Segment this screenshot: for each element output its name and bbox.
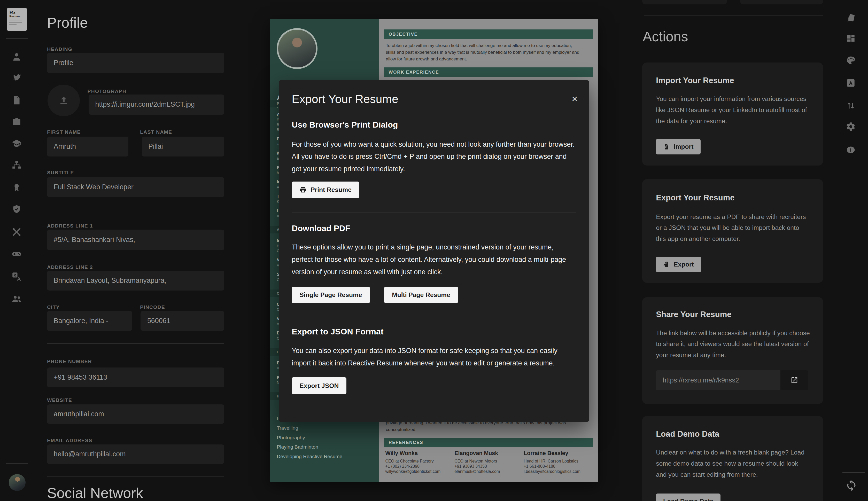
first-name-input[interactable]: Amruth <box>47 137 128 157</box>
print-resume-label: Print Resume <box>310 186 352 193</box>
reference-email: l.beasley@carsonlogistics.com <box>523 469 593 474</box>
reference-role: Head of HR, Carson Logistics <box>523 459 593 464</box>
file-export-icon <box>663 261 670 268</box>
typography-icon[interactable] <box>846 78 856 88</box>
single-page-resume-button[interactable]: Single Page Resume <box>292 287 370 303</box>
spacing-arrows-icon[interactable] <box>846 101 856 111</box>
reference-phone: +1 (802) 234-2398 <box>385 464 454 469</box>
reference-item: Elangovan Musk CEO at Newton Motors +91 … <box>454 450 523 474</box>
phone-label: PHONE NUMBER <box>47 359 92 364</box>
share-card-body: The link below will be accessible public… <box>656 328 811 361</box>
translate-icon[interactable] <box>12 272 22 282</box>
photo-upload-button[interactable] <box>47 85 80 116</box>
app-logo-subtext: Resume <box>9 15 24 18</box>
page-title: Profile <box>47 14 88 31</box>
form-divider <box>47 477 224 477</box>
references-heading: REFERENCES <box>384 438 593 447</box>
print-resume-button[interactable]: Print Resume <box>292 182 359 198</box>
reference-phone: +91 93893 34353 <box>454 464 523 469</box>
website-input[interactable]: amruthpillai.com <box>47 404 224 424</box>
export-card-body: Export your resume as a PDF to share wit… <box>656 212 811 245</box>
email-input[interactable]: hello@amruthpillai.com <box>47 445 224 464</box>
social-network-title: Social Network <box>47 485 143 501</box>
settings-gear-icon[interactable] <box>846 121 856 132</box>
gamepad-icon[interactable] <box>12 249 22 259</box>
medal-icon[interactable] <box>12 183 22 193</box>
templates-icon[interactable] <box>846 13 856 23</box>
layout-blocks-icon[interactable] <box>846 34 856 44</box>
website-label: WEBSITE <box>47 397 72 403</box>
print-section-heading: Use Browser's Print Dialog <box>292 120 398 130</box>
users-icon[interactable] <box>12 294 22 304</box>
sitemap-icon[interactable] <box>12 160 22 170</box>
subtitle-input[interactable]: Full Stack Web Developer <box>47 177 224 197</box>
multi-page-resume-button[interactable]: Multi Page Resume <box>384 287 458 303</box>
export-json-label: Export JSON <box>299 382 339 390</box>
reference-email: elanmusk@nottesla.com <box>454 469 523 474</box>
photograph-input[interactable]: https://i.imgur.com/2dmLSCT.jpg <box>88 95 224 114</box>
pincode-input[interactable]: 560061 <box>140 311 224 331</box>
demo-card-heading: Load Demo Data <box>656 429 719 439</box>
close-icon[interactable]: ✕ <box>571 95 578 104</box>
export-json-button[interactable]: Export JSON <box>292 377 347 394</box>
share-url-input[interactable]: https://rxresu.me/r/k9nss2 <box>656 370 787 390</box>
import-card-body: You can import your information from var… <box>656 94 811 127</box>
open-share-link-button[interactable] <box>781 370 808 390</box>
heading-input[interactable]: Profile <box>47 53 224 73</box>
pdf-section-heading: Download PDF <box>292 224 350 233</box>
last-name-label: LAST NAME <box>140 129 172 135</box>
reference-name: Elangovan Musk <box>454 450 523 457</box>
shield-check-icon[interactable] <box>12 204 22 214</box>
file-document-icon[interactable] <box>12 95 22 105</box>
export-button[interactable]: Export <box>656 257 701 272</box>
resume-photo <box>277 28 317 69</box>
import-button[interactable]: Import <box>656 139 701 154</box>
last-name-input[interactable]: Pillai <box>142 137 224 157</box>
reference-item: Willy Wonka CEO at Chocolate Factory +1 … <box>385 450 454 474</box>
modal-divider <box>292 213 576 213</box>
user-icon[interactable] <box>12 52 22 62</box>
info-icon[interactable] <box>846 145 856 155</box>
form-divider <box>47 343 224 344</box>
rail-divider <box>6 463 29 464</box>
briefcase-icon[interactable] <box>12 117 22 127</box>
external-link-icon <box>791 376 798 384</box>
reference-name: Lorraine Beasley <box>523 450 593 457</box>
share-card-heading: Share Your Resume <box>656 310 731 319</box>
work-experience-heading: WORK EXPERIENCE <box>384 67 593 77</box>
scrolled-card-stub <box>740 0 823 4</box>
city-input[interactable]: Bangalore, India - <box>47 311 132 331</box>
export-button-label: Export <box>674 261 694 268</box>
pdf-section-body: These options allow you to print a singl… <box>292 241 576 278</box>
demo-data-card: Load Demo Data Unclear on what to do wit… <box>642 416 823 501</box>
objective-text: To obtain a job within my chosen field t… <box>386 42 581 62</box>
first-name-label: FIRST NAME <box>47 129 81 135</box>
app-logo[interactable]: Rx Resume <box>7 8 27 31</box>
address1-input[interactable]: #5/A, Banashankari Nivas, <box>47 230 224 250</box>
json-section-body: You can also export your data into JSON … <box>292 345 576 370</box>
tools-icon[interactable] <box>12 227 22 237</box>
scrolled-card-stub <box>642 0 727 4</box>
graduation-cap-icon[interactable] <box>12 138 22 149</box>
phone-input[interactable]: +91 98453 36113 <box>47 367 224 387</box>
objective-heading: OBJECTIVE <box>384 30 593 39</box>
address2-input[interactable]: Brindavan Layout, Subramanyapura, <box>47 271 224 290</box>
export-modal: Export Your Resume ✕ Use Browser's Print… <box>279 80 589 422</box>
resume-hobby-item: Travelling <box>270 424 379 433</box>
resume-hobby-item: Developing Reactive Resume <box>270 452 379 461</box>
load-demo-data-button[interactable]: Load Demo Data <box>656 493 720 501</box>
resume-hobby-item: Photography <box>270 433 379 443</box>
twitter-icon[interactable] <box>12 73 22 83</box>
logo-line <box>9 22 21 23</box>
modal-divider <box>292 315 576 315</box>
import-card: Import Your Resume You can import your i… <box>642 63 823 166</box>
single-page-label: Single Page Resume <box>299 291 362 299</box>
user-avatar[interactable] <box>9 474 25 491</box>
email-label: EMAIL ADDRESS <box>47 438 92 444</box>
sync-icon[interactable] <box>845 479 857 491</box>
actions-top-divider <box>644 15 823 15</box>
import-button-label: Import <box>674 143 694 150</box>
logo-line <box>9 24 17 25</box>
rail-divider <box>6 38 29 39</box>
palette-icon[interactable] <box>846 55 856 65</box>
